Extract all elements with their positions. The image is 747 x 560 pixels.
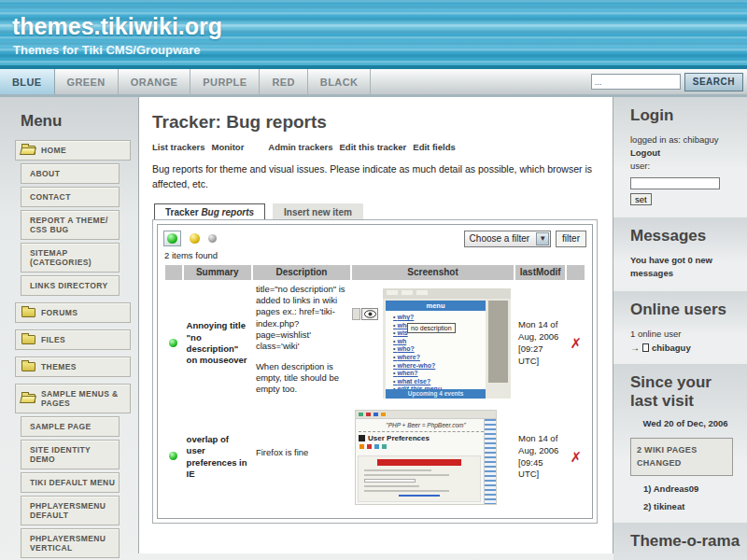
theme-tab-black[interactable]: BLACK: [308, 69, 372, 94]
folder-icon: [21, 308, 35, 317]
content: Menu HOME ABOUT CONTACT REPORT A THEME/ …: [0, 97, 747, 553]
screenshot-column-header[interactable]: Screenshot: [352, 265, 514, 280]
items-found-text: 2 items found: [164, 250, 586, 260]
sidebar-item-label: SITEMAP (CATEGORIES): [30, 248, 116, 267]
last-visit-date: Wed 20 of Dec, 2006: [630, 418, 740, 428]
theme-tab-blue[interactable]: BLUE: [0, 69, 55, 94]
since-last-visit-title: Since your last visit: [630, 373, 733, 410]
link-list-trackers[interactable]: List trackers: [152, 142, 205, 152]
chevron-down-icon: [536, 232, 549, 245]
row-status-cell: [165, 282, 182, 406]
browser-chrome: [383, 288, 511, 299]
site-subtitle: Themes for Tiki CMS/Groupware: [13, 43, 201, 57]
login-module: Login logged in as: chibaguy Logout user…: [613, 97, 747, 216]
delete-icon[interactable]: ✗: [570, 449, 582, 466]
menu-link: what else?: [393, 378, 486, 386]
sidebar-item-label: CONTACT: [30, 192, 71, 202]
no-description-tooltip: no description: [407, 323, 456, 333]
zoom-icon[interactable]: [352, 308, 360, 320]
changed-page-link[interactable]: 1) Andreas09: [643, 483, 741, 494]
tab-insert-new-item[interactable]: Insert new item: [273, 203, 363, 219]
tracker-toolbar: Choose a filter filter: [163, 231, 586, 247]
sidebar-item-phplayersmenu-vertical[interactable]: PHPLAYERSMENU VERTICAL: [21, 528, 120, 558]
sidebar-item-label: THEMES: [41, 362, 77, 371]
summary-column-header[interactable]: Summary: [184, 265, 251, 280]
sidebar-item-contact[interactable]: CONTACT: [21, 187, 120, 207]
tab-tracker-bug-reports[interactable]: Tracker Bug reports: [154, 203, 265, 219]
menu-list: HOME ABOUT CONTACT REPORT A THEME/ CSS B…: [0, 140, 138, 560]
description-paragraph: title="no description" is added to links…: [256, 284, 347, 353]
sidebar-item-label: HOME: [41, 146, 66, 155]
browser-chrome: [356, 411, 496, 419]
wiki-pages-changed-badge[interactable]: 2 WIKI PAGES CHANGED: [630, 438, 733, 476]
logged-in-status: logged in as: chibaguy: [630, 133, 741, 147]
bug-screenshot-userprefs[interactable]: "PHP + Beer = PhpBeer.com" User Preferen…: [355, 410, 497, 505]
main-panel: Tracker: Bug reports List trackersMonito…: [138, 97, 613, 553]
description-column-header[interactable]: Description: [253, 265, 350, 280]
side-column-strip: [484, 419, 496, 504]
messages-text[interactable]: You have got 0 new messages: [630, 254, 726, 281]
link-admin-trackers[interactable]: Admin trackers: [268, 142, 332, 152]
sidebar-item-tiki-default-menu[interactable]: TIKI DEFAULT MENU: [21, 472, 120, 493]
tab-name: Bug reports: [201, 207, 254, 217]
sidebar-item-report-bug[interactable]: REPORT A THEME/ CSS BUG: [21, 210, 120, 240]
folder-open-icon: [21, 146, 35, 155]
green-status-icon: [167, 233, 177, 244]
choose-filter-select[interactable]: Choose a filter: [464, 231, 551, 247]
right-sidebar: Login logged in as: chibaguy Logout user…: [613, 97, 747, 553]
online-user-row[interactable]: → chibaguy: [630, 343, 741, 353]
menu-link: where-who?: [393, 362, 486, 371]
status-open-toggle[interactable]: [163, 231, 181, 246]
set-button[interactable]: set: [630, 193, 652, 205]
sidebar-item-sample-page[interactable]: SAMPLE PAGE: [21, 416, 120, 437]
sidebar-item-files[interactable]: FILES: [15, 329, 131, 350]
filter-button[interactable]: filter: [556, 231, 586, 247]
theme-tab-orange[interactable]: ORANGE: [119, 69, 191, 94]
form-link-line: [399, 495, 440, 497]
sidebar-item-site-identity-demo[interactable]: SITE IDENTITY DEMO: [21, 440, 120, 469]
folder-open-icon: [21, 394, 35, 403]
sidebar-item-label: REPORT A THEME/ CSS BUG: [30, 216, 116, 234]
theme-tab-purple[interactable]: PURPLE: [190, 69, 260, 94]
row-summary: overlap of user preferences in IE: [184, 408, 251, 507]
left-sidebar: Menu HOME ABOUT CONTACT REPORT A THEME/ …: [0, 97, 138, 553]
gray-status-icon[interactable]: [208, 234, 217, 243]
sidebar-item-phplayersmenu-default[interactable]: PHPLAYERSMENU DEFAULT: [21, 496, 120, 525]
table-header-row: Summary Description Screenshot lastModif: [165, 265, 585, 280]
menu-link: where?: [393, 354, 486, 362]
row-screenshot-cell: menu why? what? wis wh who? where: [352, 282, 514, 406]
user-input[interactable]: [630, 177, 720, 189]
sidebar-item-about[interactable]: ABOUT: [21, 163, 120, 184]
search-input[interactable]: [591, 74, 681, 90]
tracker-action-links: List trackersMonitorAdmin trackersEdit t…: [152, 142, 601, 152]
delete-icon[interactable]: ✗: [570, 335, 582, 352]
theme-tab-green[interactable]: GREEN: [55, 69, 119, 94]
sidebar-item-label: ABOUT: [30, 169, 60, 178]
menu-link: when?: [393, 370, 486, 378]
sidebar-item-themes[interactable]: THEMES: [15, 357, 131, 377]
changed-page-link[interactable]: 2) tikineat: [643, 501, 741, 511]
sidebar-item-sitemap[interactable]: SITEMAP (CATEGORIES): [21, 243, 120, 273]
sidebar-item-links-directory[interactable]: LINKS DIRECTORY: [21, 275, 120, 296]
bug-screenshot-menu[interactable]: menu why? what? wis wh who? where: [383, 288, 511, 399]
theme-o-rama-title: Theme-o-rama: [630, 532, 741, 551]
sidebar-item-home[interactable]: HOME: [15, 140, 131, 161]
theme-tab-red[interactable]: RED: [260, 69, 307, 94]
menu-box-title: menu: [386, 301, 486, 311]
lastmodif-column-header[interactable]: lastModif: [515, 265, 565, 280]
row-delete-cell: ✗: [567, 408, 585, 507]
square-icon: [359, 435, 365, 441]
yellow-status-icon[interactable]: [190, 233, 200, 244]
form-header-bar: [377, 459, 461, 466]
link-edit-fields[interactable]: Edit fields: [413, 142, 455, 152]
logout-link[interactable]: Logout: [630, 147, 741, 160]
link-edit-this-tracker[interactable]: Edit this tracker: [340, 142, 407, 152]
actions-column-header: [567, 265, 585, 280]
table-row: Annoying title "no description" on mouse…: [165, 282, 585, 406]
sidebar-item-forums[interactable]: FORUMS: [15, 302, 131, 323]
search-button[interactable]: SEARCH: [684, 73, 743, 91]
link-monitor[interactable]: Monitor: [212, 142, 245, 152]
tracker-table: Summary Description Screenshot lastModif…: [163, 263, 586, 509]
sidebar-item-sample-menus[interactable]: SAMPLE MENUS & PAGES: [15, 384, 131, 413]
eye-icon[interactable]: [361, 308, 378, 320]
